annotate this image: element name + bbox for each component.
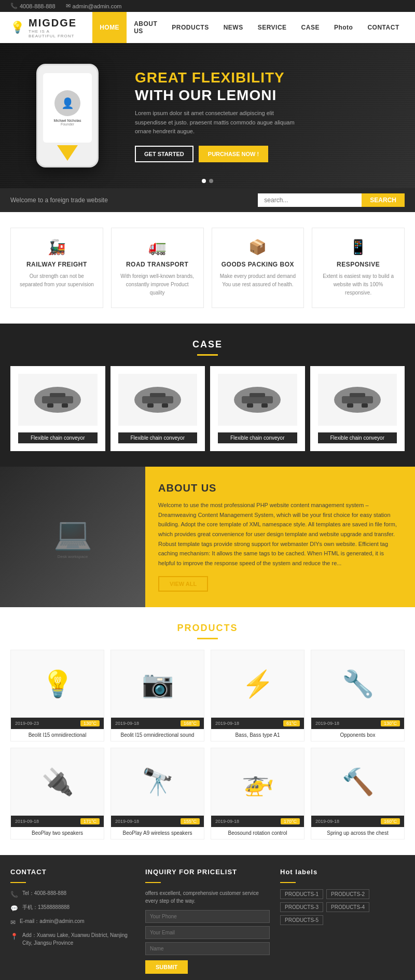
footer-address-text: Add：Xuanwu Lake, Xuanwu District, Nanjin… [22, 931, 135, 947]
product-date-2: 2019-09-18 [115, 721, 139, 726]
svg-rect-19 [362, 403, 368, 408]
phone-triangle-shape [57, 145, 78, 161]
case-item-3[interactable]: Flexible chain conveyor [210, 366, 305, 451]
search-input[interactable] [258, 193, 362, 207]
road-icon: 🚛 [119, 239, 196, 256]
phone-number: 4008-888-888 [20, 3, 56, 9]
top-bar: 📞 4008-888-888 ✉ admin@admin.com [0, 0, 415, 12]
svg-rect-6 [142, 396, 173, 403]
feature-packing: 📦 GOODS PACKING BOX Make every product a… [212, 228, 305, 308]
product-img-7: 🚁 [211, 748, 304, 816]
product-item-5[interactable]: 🔌 2019-09-18 171°C BeoPlay two speakers [10, 748, 104, 839]
product-name-1: Beolit I15 omnidirectional [11, 729, 104, 741]
view-all-button[interactable]: VIEW ALL [158, 576, 208, 592]
product-item-6[interactable]: 🔭 2019-09-18 155°C BeoPlay A9 wireless s… [110, 748, 204, 839]
product-item-4[interactable]: 🔧 2019-09-18 130°C Opponents box [311, 650, 405, 741]
nav-about[interactable]: ABOUT US [127, 12, 164, 43]
footer-contact-title: CONTACT [10, 868, 135, 876]
search-button[interactable]: SEARCH [362, 193, 405, 207]
case-img-2 [118, 374, 198, 426]
product-badge-1: 130°C [80, 720, 100, 726]
case-title: CASE [10, 339, 405, 350]
search-bar: Welcome to a foreign trade website SEARC… [0, 188, 415, 212]
email-footer-icon: ✉ [10, 918, 16, 927]
product-item-2[interactable]: 📷 2019-09-18 168°C Beolit I15 omnidirect… [110, 650, 204, 741]
inquiry-submit-button[interactable]: SUBMIT [145, 960, 188, 974]
email-info: ✉ admin@admin.com [66, 3, 122, 9]
footer-address: 📍 Add：Xuanwu Lake, Xuanwu District, Nanj… [10, 931, 135, 947]
hot-label-3[interactable]: PRODUCTS-3 [280, 902, 323, 912]
product-name-5: BeoPlay two speakers [11, 827, 104, 839]
svg-rect-16 [342, 396, 373, 403]
product-item-7[interactable]: 🚁 2019-09-18 170°C Beosound rotation con… [211, 748, 305, 839]
packing-desc: Make every product and demand You use re… [220, 272, 296, 289]
dot-1[interactable] [202, 179, 206, 183]
product-date-6: 2019-09-18 [115, 819, 139, 824]
svg-rect-9 [162, 403, 168, 408]
logo: 💡 MIGDGE THE IS A BEAUTIFUL FRONT [10, 17, 77, 38]
footer-tel-text: Tel：4008-888-888 [22, 889, 66, 897]
nav-photo[interactable]: Photo [327, 12, 361, 43]
svg-rect-4 [62, 403, 68, 408]
hero-description: Lorem ipsum dolor sit amet consectetuer … [135, 109, 301, 136]
product-name-2: Beolit I15 omnidirectional sound [111, 729, 204, 741]
case-item-1[interactable]: Flexible chain conveyor [10, 366, 105, 451]
nav-home[interactable]: HOME [92, 12, 127, 43]
hero-title-yellow: GREAT FLEXIBILITY [135, 69, 394, 87]
case-item-4[interactable]: Flexible chain conveyor [310, 366, 405, 451]
hero-text-block: GREAT FLEXIBILITY WITH OUR LEMONI Lorem … [114, 69, 394, 162]
hot-label-4[interactable]: PRODUCTS-4 [326, 902, 369, 912]
nav-case[interactable]: CASE [294, 12, 327, 43]
product-name-3: Bass, Bass type A1 [211, 729, 304, 741]
search-form: SEARCH [258, 193, 405, 207]
product-date-1: 2019-09-23 [15, 721, 39, 726]
hero-phone-mockup: 👤 Michael Nicholas Founder [21, 64, 114, 167]
railway-desc: Our strength can not be separated from y… [19, 272, 95, 289]
product-item-8[interactable]: 🔨 2019-09-18 160°C Spring up across the … [311, 748, 405, 839]
svg-rect-1 [42, 396, 73, 403]
product-name-7: Beosound rotation control [211, 827, 304, 839]
inquiry-phone-input[interactable] [145, 910, 270, 923]
product-badge-2: 168°C [181, 720, 200, 726]
phone-avatar: 👤 [54, 90, 80, 116]
dot-2[interactable] [209, 179, 213, 183]
hot-label-2[interactable]: PRODUCTS-2 [326, 889, 369, 899]
hot-label-1[interactable]: PRODUCTS-1 [280, 889, 323, 899]
product-date-7: 2019-09-18 [215, 819, 239, 824]
inquiry-name-input[interactable] [145, 942, 270, 955]
svg-rect-2 [50, 393, 65, 397]
footer-email-text: E-mail：admin@admin.com [20, 917, 85, 925]
hero-buttons: GET STARTED PURCHASE NOW ! [135, 146, 394, 162]
case-label-3: Flexible chain conveyor [218, 432, 297, 443]
product-badge-5: 171°C [80, 818, 100, 824]
product-date-8: 2019-09-18 [315, 819, 339, 824]
svg-rect-8 [147, 403, 154, 408]
nav-contact[interactable]: CONTACT [360, 12, 406, 43]
case-item-2[interactable]: Flexible chain conveyor [110, 366, 205, 451]
product-item-1[interactable]: 💡 2019-09-23 130°C Beolit I15 omnidirect… [10, 650, 104, 741]
phone-icon: 📞 [10, 3, 18, 9]
get-started-button[interactable]: GET STARTED [135, 146, 193, 162]
email-address: admin@admin.com [73, 3, 122, 9]
tel-icon: 📞 [10, 890, 18, 899]
product-meta-8: 2019-09-18 160°C [311, 816, 404, 827]
nav-news[interactable]: NEWS [216, 12, 251, 43]
nav-service[interactable]: SERVICE [251, 12, 294, 43]
svg-rect-17 [350, 393, 365, 397]
hot-label-5[interactable]: PRODUCTS-5 [280, 915, 323, 925]
products-title: PRODUCTS [10, 623, 405, 634]
purchase-now-button[interactable]: PURCHASE NOW ! [199, 146, 268, 162]
inquiry-email-input[interactable] [145, 926, 270, 939]
product-img-2: 📷 [111, 650, 204, 718]
products-grid: 💡 2019-09-23 130°C Beolit I15 omnidirect… [10, 650, 405, 839]
svg-rect-3 [47, 403, 53, 408]
product-item-3[interactable]: ⚡ 2019-09-18 61°C Bass, Bass type A1 [211, 650, 305, 741]
footer-email: ✉ E-mail：admin@admin.com [10, 917, 135, 927]
nav-products[interactable]: PRODUCTS [164, 12, 216, 43]
product-meta-3: 2019-09-18 61°C [211, 718, 304, 729]
header: 💡 MIGDGE THE IS A BEAUTIFUL FRONT HOME A… [0, 12, 415, 43]
product-img-3: ⚡ [211, 650, 304, 718]
about-section: 💻 Desk workspace ABOUT US Welcome to use… [0, 467, 415, 607]
case-underline [197, 354, 218, 356]
features-section: 🚂 RAILWAY FREIGHT Our strength can not b… [0, 212, 415, 324]
